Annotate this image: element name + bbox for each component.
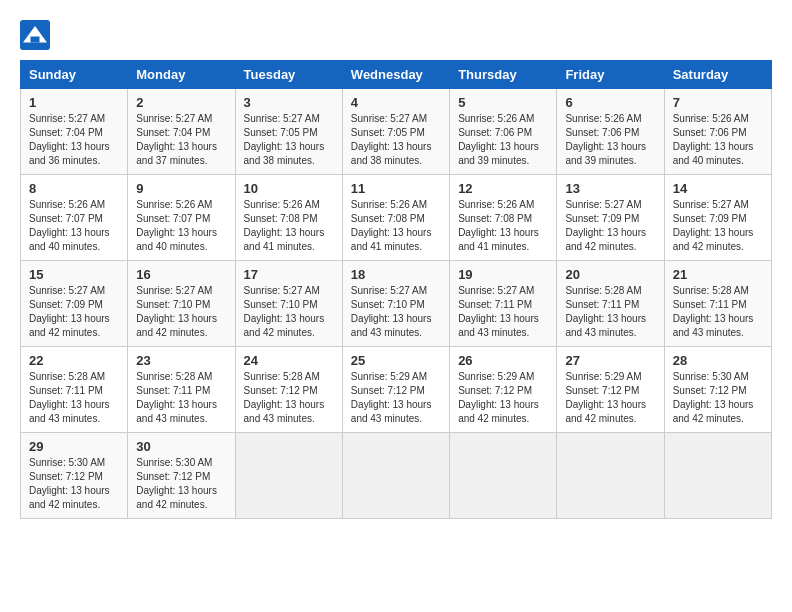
header-sunday: Sunday [21,61,128,89]
header-wednesday: Wednesday [342,61,449,89]
calendar-cell: 15 Sunrise: 5:27 AMSunset: 7:09 PMDaylig… [21,261,128,347]
day-info: Sunrise: 5:27 AMSunset: 7:09 PMDaylight:… [673,198,763,254]
calendar-cell: 16 Sunrise: 5:27 AMSunset: 7:10 PMDaylig… [128,261,235,347]
day-number: 16 [136,267,226,282]
day-number: 30 [136,439,226,454]
calendar-cell [557,433,664,519]
day-info: Sunrise: 5:26 AMSunset: 7:06 PMDaylight:… [673,112,763,168]
day-number: 11 [351,181,441,196]
calendar-week-1: 1 Sunrise: 5:27 AMSunset: 7:04 PMDayligh… [21,89,772,175]
day-info: Sunrise: 5:30 AMSunset: 7:12 PMDaylight:… [673,370,763,426]
day-number: 25 [351,353,441,368]
day-info: Sunrise: 5:29 AMSunset: 7:12 PMDaylight:… [565,370,655,426]
day-number: 20 [565,267,655,282]
day-number: 28 [673,353,763,368]
calendar-cell: 5 Sunrise: 5:26 AMSunset: 7:06 PMDayligh… [450,89,557,175]
calendar-cell: 17 Sunrise: 5:27 AMSunset: 7:10 PMDaylig… [235,261,342,347]
calendar-cell [342,433,449,519]
day-number: 29 [29,439,119,454]
calendar-week-2: 8 Sunrise: 5:26 AMSunset: 7:07 PMDayligh… [21,175,772,261]
day-info: Sunrise: 5:29 AMSunset: 7:12 PMDaylight:… [458,370,548,426]
day-info: Sunrise: 5:26 AMSunset: 7:08 PMDaylight:… [458,198,548,254]
day-info: Sunrise: 5:29 AMSunset: 7:12 PMDaylight:… [351,370,441,426]
day-number: 27 [565,353,655,368]
calendar-cell [664,433,771,519]
day-info: Sunrise: 5:26 AMSunset: 7:06 PMDaylight:… [565,112,655,168]
day-info: Sunrise: 5:26 AMSunset: 7:06 PMDaylight:… [458,112,548,168]
calendar-cell [235,433,342,519]
day-number: 3 [244,95,334,110]
day-number: 22 [29,353,119,368]
day-number: 10 [244,181,334,196]
calendar-cell [450,433,557,519]
logo-icon [20,20,50,50]
calendar-cell: 28 Sunrise: 5:30 AMSunset: 7:12 PMDaylig… [664,347,771,433]
header [20,20,772,50]
header-thursday: Thursday [450,61,557,89]
calendar-cell: 1 Sunrise: 5:27 AMSunset: 7:04 PMDayligh… [21,89,128,175]
calendar-cell: 24 Sunrise: 5:28 AMSunset: 7:12 PMDaylig… [235,347,342,433]
calendar-cell: 4 Sunrise: 5:27 AMSunset: 7:05 PMDayligh… [342,89,449,175]
day-number: 15 [29,267,119,282]
calendar-cell: 14 Sunrise: 5:27 AMSunset: 7:09 PMDaylig… [664,175,771,261]
day-number: 7 [673,95,763,110]
day-number: 24 [244,353,334,368]
day-info: Sunrise: 5:26 AMSunset: 7:07 PMDaylight:… [29,198,119,254]
day-number: 2 [136,95,226,110]
day-number: 12 [458,181,548,196]
day-info: Sunrise: 5:26 AMSunset: 7:08 PMDaylight:… [244,198,334,254]
day-info: Sunrise: 5:28 AMSunset: 7:12 PMDaylight:… [244,370,334,426]
calendar-cell: 20 Sunrise: 5:28 AMSunset: 7:11 PMDaylig… [557,261,664,347]
day-info: Sunrise: 5:27 AMSunset: 7:05 PMDaylight:… [351,112,441,168]
calendar-cell: 26 Sunrise: 5:29 AMSunset: 7:12 PMDaylig… [450,347,557,433]
day-number: 18 [351,267,441,282]
calendar-week-4: 22 Sunrise: 5:28 AMSunset: 7:11 PMDaylig… [21,347,772,433]
calendar-cell: 21 Sunrise: 5:28 AMSunset: 7:11 PMDaylig… [664,261,771,347]
calendar-cell: 8 Sunrise: 5:26 AMSunset: 7:07 PMDayligh… [21,175,128,261]
day-info: Sunrise: 5:27 AMSunset: 7:09 PMDaylight:… [29,284,119,340]
header-tuesday: Tuesday [235,61,342,89]
calendar-cell: 12 Sunrise: 5:26 AMSunset: 7:08 PMDaylig… [450,175,557,261]
day-info: Sunrise: 5:28 AMSunset: 7:11 PMDaylight:… [29,370,119,426]
day-info: Sunrise: 5:27 AMSunset: 7:10 PMDaylight:… [244,284,334,340]
calendar-cell: 10 Sunrise: 5:26 AMSunset: 7:08 PMDaylig… [235,175,342,261]
calendar-cell: 29 Sunrise: 5:30 AMSunset: 7:12 PMDaylig… [21,433,128,519]
day-info: Sunrise: 5:26 AMSunset: 7:08 PMDaylight:… [351,198,441,254]
day-info: Sunrise: 5:28 AMSunset: 7:11 PMDaylight:… [136,370,226,426]
day-info: Sunrise: 5:27 AMSunset: 7:05 PMDaylight:… [244,112,334,168]
day-info: Sunrise: 5:27 AMSunset: 7:10 PMDaylight:… [351,284,441,340]
calendar-cell: 6 Sunrise: 5:26 AMSunset: 7:06 PMDayligh… [557,89,664,175]
calendar-week-5: 29 Sunrise: 5:30 AMSunset: 7:12 PMDaylig… [21,433,772,519]
svg-rect-2 [31,37,40,43]
day-number: 19 [458,267,548,282]
header-saturday: Saturday [664,61,771,89]
calendar-cell: 9 Sunrise: 5:26 AMSunset: 7:07 PMDayligh… [128,175,235,261]
day-number: 4 [351,95,441,110]
day-info: Sunrise: 5:28 AMSunset: 7:11 PMDaylight:… [565,284,655,340]
day-number: 21 [673,267,763,282]
calendar-cell: 25 Sunrise: 5:29 AMSunset: 7:12 PMDaylig… [342,347,449,433]
calendar-cell: 7 Sunrise: 5:26 AMSunset: 7:06 PMDayligh… [664,89,771,175]
day-number: 1 [29,95,119,110]
day-info: Sunrise: 5:30 AMSunset: 7:12 PMDaylight:… [136,456,226,512]
day-info: Sunrise: 5:27 AMSunset: 7:11 PMDaylight:… [458,284,548,340]
day-info: Sunrise: 5:28 AMSunset: 7:11 PMDaylight:… [673,284,763,340]
day-info: Sunrise: 5:27 AMSunset: 7:04 PMDaylight:… [136,112,226,168]
day-number: 5 [458,95,548,110]
day-number: 6 [565,95,655,110]
day-number: 8 [29,181,119,196]
header-friday: Friday [557,61,664,89]
day-info: Sunrise: 5:30 AMSunset: 7:12 PMDaylight:… [29,456,119,512]
calendar-cell: 13 Sunrise: 5:27 AMSunset: 7:09 PMDaylig… [557,175,664,261]
day-info: Sunrise: 5:27 AMSunset: 7:09 PMDaylight:… [565,198,655,254]
day-number: 14 [673,181,763,196]
day-info: Sunrise: 5:27 AMSunset: 7:10 PMDaylight:… [136,284,226,340]
day-info: Sunrise: 5:27 AMSunset: 7:04 PMDaylight:… [29,112,119,168]
calendar-cell: 3 Sunrise: 5:27 AMSunset: 7:05 PMDayligh… [235,89,342,175]
calendar-cell: 2 Sunrise: 5:27 AMSunset: 7:04 PMDayligh… [128,89,235,175]
header-monday: Monday [128,61,235,89]
logo [20,20,56,50]
calendar-header-row: SundayMondayTuesdayWednesdayThursdayFrid… [21,61,772,89]
calendar-week-3: 15 Sunrise: 5:27 AMSunset: 7:09 PMDaylig… [21,261,772,347]
day-number: 26 [458,353,548,368]
